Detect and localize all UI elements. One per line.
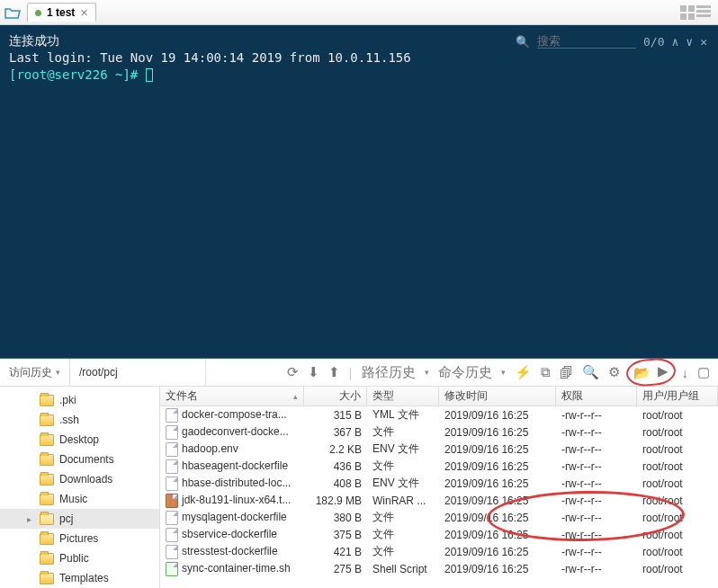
path-input-seg bbox=[70, 359, 206, 386]
folder-icon bbox=[40, 533, 54, 545]
col-owner[interactable]: 用户/用户组 bbox=[637, 387, 718, 405]
status-dot-icon bbox=[35, 10, 41, 16]
session-tab[interactable]: 1 test ✕ bbox=[27, 3, 96, 22]
play-icon[interactable]: ▶ bbox=[654, 361, 670, 381]
file-icon bbox=[166, 477, 178, 491]
file-row[interactable]: hadoop.env2.2 KBENV 文件2019/09/16 16:25-r… bbox=[160, 441, 718, 458]
path-history-button[interactable]: 路径历史 bbox=[359, 362, 418, 383]
tab-bar: 1 test ✕ bbox=[0, 0, 718, 25]
folder-icon bbox=[40, 454, 54, 466]
folder-icon bbox=[40, 395, 54, 406]
terminal-pane[interactable]: 🔍 0/0 ∧ ∨ ✕ 连接成功 Last login: Tue Nov 19 … bbox=[0, 25, 718, 358]
tree-label: .ssh bbox=[59, 414, 79, 426]
folder-icon bbox=[40, 494, 54, 505]
tree-item[interactable]: Desktop bbox=[0, 430, 159, 450]
folder-icon bbox=[40, 513, 54, 525]
file-icon bbox=[166, 408, 178, 423]
tree-label: Downloads bbox=[59, 473, 112, 486]
file-row[interactable]: jdk-8u191-linux-x64.t...182.9 MBWinRAR .… bbox=[160, 492, 718, 509]
terminal-prompt: [root@serv226 ~]# bbox=[9, 67, 709, 84]
close-icon[interactable]: ✕ bbox=[80, 7, 88, 19]
col-type[interactable]: 类型 bbox=[367, 387, 439, 405]
file-row[interactable]: sync-container-time.sh275 BShell Script2… bbox=[160, 560, 718, 577]
folder-icon bbox=[40, 414, 54, 426]
tree-item[interactable]: Music bbox=[0, 489, 159, 509]
open-folder-icon[interactable] bbox=[4, 4, 22, 22]
file-row[interactable]: stresstest-dockerfile421 B文件2019/09/16 1… bbox=[160, 543, 718, 560]
cursor-icon bbox=[146, 68, 153, 82]
search-prev-icon[interactable]: ∧ bbox=[672, 35, 679, 49]
tree-item[interactable]: .ssh bbox=[0, 410, 159, 430]
file-icon bbox=[166, 545, 178, 559]
file-row[interactable]: hbase-distributed-loc...408 BENV 文件2019/… bbox=[160, 475, 718, 492]
file-icon bbox=[166, 442, 178, 457]
tree-item[interactable]: Downloads bbox=[0, 469, 159, 489]
tree-item[interactable]: .pki bbox=[0, 390, 159, 410]
tab-title: 1 test bbox=[47, 6, 75, 19]
file-list-header: 文件名 大小 类型 修改时间 权限 用户/用户组 bbox=[160, 387, 718, 406]
col-perm[interactable]: 权限 bbox=[556, 387, 637, 405]
terminal-search-bar: 🔍 0/0 ∧ ∨ ✕ bbox=[516, 34, 707, 49]
file-row[interactable]: gaodeconvert-docke...367 B文件2019/09/16 1… bbox=[160, 423, 718, 441]
cmd-history-button[interactable]: 命令历史 bbox=[435, 362, 495, 383]
tree-item[interactable]: Templates bbox=[0, 568, 159, 588]
file-list: 文件名 大小 类型 修改时间 权限 用户/用户组 docker-compose-… bbox=[160, 387, 718, 588]
tree-item[interactable]: Pictures bbox=[0, 529, 159, 548]
file-icon bbox=[166, 494, 178, 508]
search-next-icon[interactable]: ∨ bbox=[686, 35, 693, 49]
visit-history-button[interactable]: 访问历史▾ bbox=[0, 359, 70, 386]
tree-item[interactable]: Public bbox=[0, 548, 159, 568]
search-count: 0/0 bbox=[643, 35, 664, 49]
tree-label: Documents bbox=[59, 453, 114, 466]
gear-icon[interactable]: ⚙ bbox=[606, 362, 623, 382]
search-file-icon[interactable]: 🔍 bbox=[579, 362, 602, 382]
search-icon[interactable]: 🔍 bbox=[516, 35, 530, 49]
bolt-icon[interactable]: ⚡ bbox=[512, 362, 534, 382]
file-row[interactable]: mysqlagent-dockerfile380 B文件2019/09/16 1… bbox=[160, 509, 718, 526]
grid-view-icon[interactable] bbox=[680, 5, 695, 20]
terminal-line: Last login: Tue Nov 19 14:00:14 2019 fro… bbox=[9, 49, 709, 67]
file-pane: .pki.sshDesktopDocumentsDownloadsMusic▸p… bbox=[0, 387, 718, 588]
maximize-icon[interactable]: ▢ bbox=[695, 362, 713, 382]
annotation-oval: 📂 ▶ bbox=[624, 357, 676, 388]
folder-icon bbox=[40, 573, 54, 584]
folder-tree: .pki.sshDesktopDocumentsDownloadsMusic▸p… bbox=[0, 387, 160, 588]
tree-label: Desktop bbox=[59, 433, 99, 446]
folder-icon bbox=[40, 474, 54, 486]
paste-icon[interactable]: 🗐 bbox=[557, 363, 576, 382]
search-close-icon[interactable]: ✕ bbox=[700, 35, 707, 49]
col-size[interactable]: 大小 bbox=[304, 387, 367, 405]
col-mtime[interactable]: 修改时间 bbox=[439, 387, 556, 405]
tree-label: .pki bbox=[59, 394, 76, 406]
list-view-icon[interactable] bbox=[696, 5, 711, 20]
file-row[interactable]: hbaseagent-dockerfile436 B文件2019/09/16 1… bbox=[160, 458, 718, 475]
file-icon bbox=[166, 511, 178, 525]
tree-item[interactable]: Documents bbox=[0, 450, 159, 469]
tree-label: Pictures bbox=[59, 532, 98, 545]
file-icon bbox=[166, 459, 178, 474]
path-input[interactable] bbox=[79, 366, 196, 379]
refresh-icon[interactable]: ⟳ bbox=[284, 362, 301, 382]
tree-item[interactable]: ▸pcj bbox=[0, 509, 159, 529]
tree-label: pcj bbox=[59, 512, 73, 525]
tree-label: Music bbox=[59, 493, 87, 505]
upload-icon[interactable]: ⬆ bbox=[326, 362, 343, 382]
folder-open-icon[interactable]: 📂 bbox=[631, 363, 653, 383]
col-name[interactable]: 文件名 bbox=[160, 387, 304, 405]
folder-icon bbox=[40, 434, 54, 446]
search-input[interactable] bbox=[537, 34, 636, 49]
file-toolbar: 访问历史▾ ⟳ ⬇ ⬆ | 路径历史▾ 命令历史▾ ⚡ ⧉ 🗐 🔍 ⚙ 📂 ▶ … bbox=[0, 358, 718, 387]
download-icon[interactable]: ⬇ bbox=[305, 362, 322, 382]
file-icon bbox=[166, 425, 178, 440]
file-row[interactable]: docker-compose-tra...315 BYML 文件2019/09/… bbox=[160, 406, 718, 423]
tree-label: Public bbox=[59, 552, 89, 565]
folder-icon bbox=[40, 553, 54, 565]
file-icon bbox=[166, 562, 178, 576]
collapse-icon[interactable]: ↓ bbox=[679, 363, 692, 382]
file-icon bbox=[166, 528, 178, 542]
copy-icon[interactable]: ⧉ bbox=[538, 362, 553, 382]
file-row[interactable]: sbservice-dockerfile375 B文件2019/09/16 16… bbox=[160, 526, 718, 543]
tree-label: Templates bbox=[59, 572, 109, 584]
